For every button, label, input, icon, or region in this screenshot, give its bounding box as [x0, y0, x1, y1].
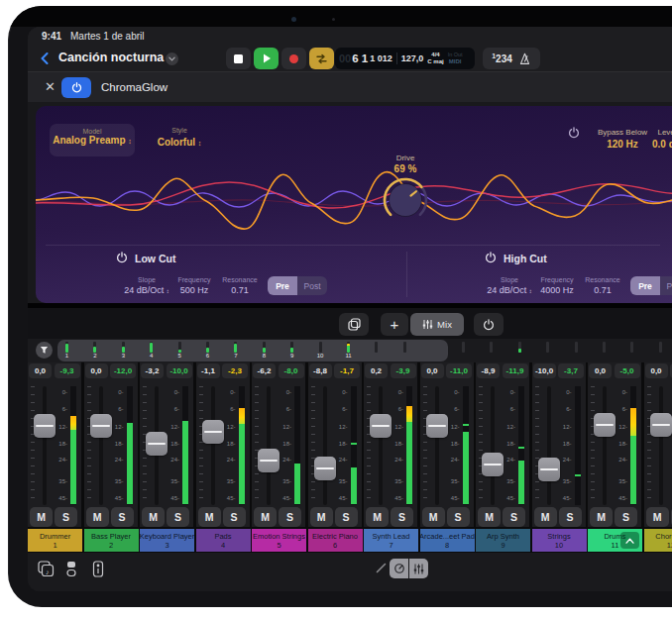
- peak-value[interactable]: -3,9: [391, 363, 416, 378]
- low-cut-power-icon[interactable]: [116, 252, 128, 263]
- mute-button[interactable]: M: [366, 507, 389, 527]
- solo-button[interactable]: S: [223, 507, 246, 527]
- track-name-bar[interactable]: Chorus V12: [644, 529, 672, 552]
- solo-button[interactable]: S: [447, 507, 470, 527]
- loops-icon[interactable]: ♪: [38, 561, 55, 577]
- fader-handle[interactable]: [258, 449, 280, 472]
- smart-controls-button[interactable]: [390, 559, 408, 578]
- track-name-bar[interactable]: Arcade...eet Pad8: [420, 529, 475, 552]
- record-button[interactable]: [281, 48, 306, 69]
- song-title[interactable]: Canción nocturna: [58, 51, 164, 64]
- volume-value[interactable]: -3,2: [141, 363, 164, 378]
- low-cut-resonance[interactable]: Resonance 0.71: [218, 276, 262, 295]
- back-chevron-icon[interactable]: [41, 52, 49, 64]
- volume-value[interactable]: -6,2: [253, 363, 276, 378]
- duplicate-button[interactable]: [339, 313, 369, 336]
- solo-button[interactable]: S: [391, 507, 413, 527]
- fader-handle[interactable]: [370, 414, 392, 438]
- stop-button[interactable]: [226, 48, 251, 69]
- faders-view-button[interactable]: [409, 559, 428, 578]
- mix-button[interactable]: Mix: [410, 313, 464, 336]
- mute-button[interactable]: M: [590, 507, 613, 527]
- mute-button[interactable]: M: [310, 507, 333, 527]
- solo-button[interactable]: S: [55, 507, 77, 527]
- high-cut-pre-button[interactable]: Pre: [630, 276, 660, 295]
- volume-value[interactable]: 0,0: [645, 363, 668, 378]
- mute-button[interactable]: M: [30, 507, 53, 527]
- volume-value[interactable]: 0,0: [85, 363, 108, 378]
- drive-knob[interactable]: [381, 175, 430, 225]
- low-cut-pre-button[interactable]: Pre: [268, 276, 297, 295]
- mute-button[interactable]: M: [534, 507, 557, 527]
- peak-value[interactable]: -11,0: [446, 363, 472, 378]
- filter-button[interactable]: [36, 342, 53, 359]
- peak-value[interactable]: -8,0: [279, 363, 304, 378]
- count-in-button[interactable]: 1234: [483, 48, 540, 69]
- solo-button[interactable]: S: [167, 507, 189, 527]
- mute-button[interactable]: M: [142, 507, 165, 527]
- track-name-bar[interactable]: Drummer1: [28, 529, 82, 552]
- low-cut-slope[interactable]: Slope 24 dB/Oct ↕: [119, 276, 174, 295]
- peak-value[interactable]: -12,0: [110, 363, 136, 378]
- plugin-power-button[interactable]: [61, 77, 91, 98]
- fader-handle[interactable]: [146, 432, 168, 456]
- low-cut-frequency[interactable]: Frequency 500 Hz: [172, 276, 216, 295]
- volume-value[interactable]: 0,0: [589, 363, 612, 378]
- high-cut-resonance[interactable]: Resonance 0.71: [581, 276, 624, 295]
- track-name-bar[interactable]: Electric Piano6: [308, 529, 363, 552]
- track-name-bar[interactable]: Arp Synth9: [476, 529, 530, 552]
- fader-handle[interactable]: [538, 458, 560, 481]
- channel-strip-icon[interactable]: [92, 561, 104, 577]
- track-name-bar[interactable]: Synth Lead7: [364, 529, 418, 552]
- solo-button[interactable]: S: [503, 507, 525, 527]
- fader-handle[interactable]: [34, 414, 56, 438]
- fader-handle[interactable]: [482, 453, 504, 476]
- mute-button[interactable]: M: [198, 507, 221, 527]
- pencil-icon[interactable]: [375, 562, 388, 574]
- peak-value[interactable]: -2,3: [222, 363, 248, 378]
- collapse-stack-button[interactable]: [620, 532, 639, 549]
- volume-value[interactable]: -1,1: [197, 363, 220, 378]
- low-cut-post-button[interactable]: Post: [297, 276, 327, 295]
- peak-value[interactable]: -10,0: [167, 363, 192, 378]
- fader-handle[interactable]: [202, 420, 224, 444]
- fader-handle[interactable]: [650, 413, 672, 437]
- high-cut-post-button[interactable]: Post: [660, 276, 672, 295]
- solo-button[interactable]: S: [615, 507, 637, 527]
- mixer-power-button[interactable]: [474, 313, 504, 336]
- peak-value[interactable]: -3,7: [558, 363, 584, 378]
- peak-value[interactable]: -5,0: [615, 363, 640, 378]
- connections-icon[interactable]: [64, 561, 79, 577]
- mute-button[interactable]: M: [478, 507, 501, 527]
- solo-button[interactable]: S: [335, 507, 358, 527]
- mute-button[interactable]: M: [422, 507, 445, 527]
- volume-value[interactable]: 0,2: [365, 363, 388, 378]
- high-cut-slope[interactable]: Slope 24 dB/Oct ↕: [482, 276, 537, 295]
- cycle-button[interactable]: [309, 48, 334, 69]
- track-name-bar[interactable]: Emotion Strings5: [252, 529, 306, 552]
- navigator-window[interactable]: 1234567891011: [57, 340, 448, 362]
- fader-handle[interactable]: [426, 414, 448, 438]
- fader-handle[interactable]: [90, 414, 112, 438]
- mute-button[interactable]: M: [254, 507, 277, 527]
- play-button[interactable]: [254, 48, 279, 69]
- volume-value[interactable]: -8,8: [309, 363, 332, 378]
- volume-value[interactable]: -8,9: [477, 363, 500, 378]
- model-selector[interactable]: Model Analog Preamp ↕: [50, 124, 135, 156]
- mute-button[interactable]: M: [86, 507, 109, 527]
- volume-value[interactable]: 0,0: [29, 363, 52, 378]
- lcd-display[interactable]: 00 6 1 1 012 127,0 4/4 C maj In Out MIDI: [335, 48, 475, 69]
- song-menu-chevron-icon[interactable]: [166, 52, 178, 65]
- add-track-button[interactable]: +: [381, 313, 408, 336]
- fader-handle[interactable]: [594, 413, 616, 437]
- mute-button[interactable]: M: [646, 507, 669, 527]
- fader-handle[interactable]: [314, 457, 336, 480]
- track-name-bar[interactable]: Pads4: [196, 529, 251, 552]
- style-selector[interactable]: Style Colorful ↕: [137, 127, 222, 148]
- solo-button[interactable]: S: [111, 507, 134, 527]
- bypass-power-icon[interactable]: [568, 127, 580, 139]
- level-value[interactable]: 0.0 dB: [637, 139, 672, 150]
- close-icon[interactable]: ✕: [45, 79, 56, 94]
- track-name-bar[interactable]: Strings10: [532, 529, 587, 552]
- peak-value[interactable]: -11,9: [503, 363, 528, 378]
